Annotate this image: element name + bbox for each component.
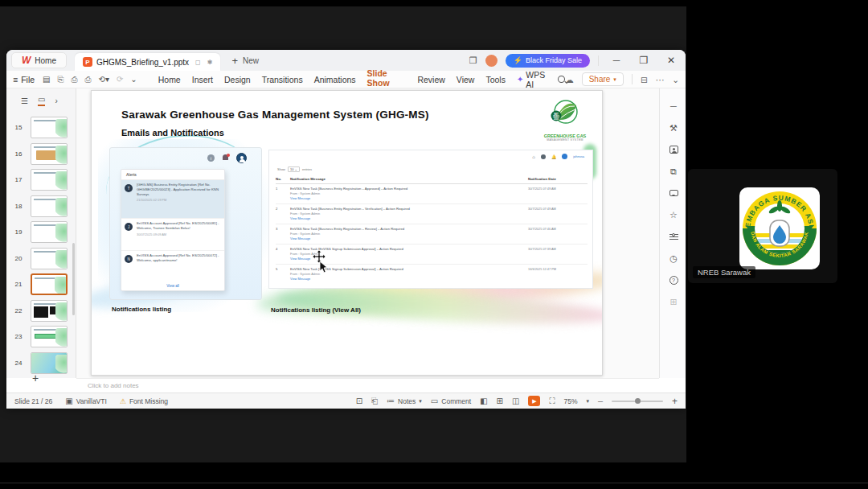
collapse-ribbon-icon[interactable]: ⌄ bbox=[672, 75, 679, 84]
handout-icon[interactable]: ⎗ bbox=[371, 397, 378, 406]
add-slide-button[interactable]: + bbox=[32, 372, 39, 384]
menu-slide-show[interactable]: Slide Show bbox=[367, 68, 407, 90]
file-menu-button[interactable]: ≡ File bbox=[13, 75, 35, 84]
new-tab-button[interactable]: + New bbox=[231, 55, 259, 67]
print-preview-icon[interactable]: ⎙ bbox=[85, 75, 92, 84]
slide-thumbnail-17[interactable] bbox=[31, 169, 68, 191]
alert-avatar: N bbox=[125, 255, 133, 263]
menu-toolbar: ≡ File ▤ ⎘ ⎙ ⎙ ⟲▾ ⟳ ⌄ Home Insert Design… bbox=[6, 71, 686, 88]
menu-wps-ai[interactable]: ✦ WPS AI bbox=[517, 70, 550, 89]
zoom-level[interactable]: 75% bbox=[563, 397, 577, 405]
theme-button[interactable]: ▣ VanillaVTI bbox=[65, 397, 107, 405]
history-clock-icon[interactable]: ◷ bbox=[667, 252, 680, 265]
zoom-out-button[interactable]: ─ bbox=[598, 397, 603, 405]
caption-right[interactable]: Notifications listing (View All) bbox=[271, 306, 361, 314]
help-icon[interactable]: ? bbox=[667, 273, 680, 286]
sync-status-icon: ◻ bbox=[195, 59, 201, 66]
collapse-pane-icon[interactable]: ─ bbox=[667, 100, 680, 113]
favorites-icon[interactable]: ☆ bbox=[667, 208, 680, 221]
layout-panel-icon[interactable]: ⊟ bbox=[641, 75, 648, 84]
slide-thumbnail-18[interactable] bbox=[31, 195, 68, 217]
slide-thumbnail-20[interactable] bbox=[31, 248, 68, 269]
reading-view-icon[interactable]: ◫ bbox=[512, 397, 519, 405]
slide-sorter-icon[interactable]: ⊞ bbox=[497, 397, 503, 405]
more-options-icon[interactable]: ⋯ bbox=[656, 75, 665, 84]
menu-view[interactable]: View bbox=[457, 75, 475, 84]
table-header: No. Notification Message Notification Da… bbox=[276, 175, 588, 184]
slideshow-play-button[interactable]: ▶ bbox=[528, 396, 540, 406]
minimize-button[interactable]: ─ bbox=[607, 55, 626, 66]
table-row: 2 EnVISS New Task [Business Entity Regis… bbox=[276, 204, 588, 224]
menu-home[interactable]: Home bbox=[158, 75, 181, 84]
new-tab-label: New bbox=[243, 56, 259, 65]
zoom-slider[interactable] bbox=[612, 401, 663, 402]
user-avatar-icon bbox=[236, 153, 247, 163]
design-assistant-icon[interactable] bbox=[667, 143, 680, 156]
slide-thumbnail-19[interactable] bbox=[31, 221, 68, 243]
normal-view-icon[interactable]: ◧ bbox=[480, 397, 487, 405]
theme-icon: ▣ bbox=[65, 397, 72, 405]
menu-tools[interactable]: Tools bbox=[485, 75, 506, 84]
search-icon[interactable] bbox=[558, 76, 565, 83]
slide-title[interactable]: Sarawak Greenhouse Gas Management System… bbox=[121, 109, 429, 121]
slide-view-icon[interactable]: ▭ bbox=[38, 95, 45, 106]
slide-thumbnail-23[interactable] bbox=[31, 326, 68, 347]
slide-thumbnail-21-selected[interactable] bbox=[31, 273, 68, 295]
alerts-screenshot-object[interactable]: i Alerts T [GHG-MS] Business Entity Regi… bbox=[109, 147, 262, 300]
thumbnail-row: 16 bbox=[6, 142, 76, 166]
notes-area[interactable]: Click to add notes bbox=[76, 378, 659, 392]
thumbnail-scrollbar[interactable] bbox=[72, 243, 75, 315]
redo-icon[interactable]: ⟳ bbox=[117, 75, 123, 84]
menu-animations[interactable]: Animations bbox=[314, 75, 356, 84]
menu-design[interactable]: Design bbox=[224, 75, 251, 84]
thumbnail-row: 19 bbox=[6, 220, 76, 244]
zoom-chevron-icon[interactable]: ▾ bbox=[586, 398, 589, 405]
participant-video-tile[interactable]: LEMBAGA SUMBER ASLI DAN ALAM SEKITAR SAR… bbox=[688, 169, 837, 283]
promo-button[interactable]: ⚡ Black Friday Sale bbox=[506, 54, 590, 68]
document-tab-label: GHGMS_Briefing_v1.pptx bbox=[96, 58, 189, 67]
zoom-in-button[interactable]: + bbox=[672, 396, 678, 407]
menu-insert[interactable]: Insert bbox=[192, 75, 213, 84]
slide-canvas[interactable]: Sarawak Greenhouse Gas Management System… bbox=[91, 90, 603, 376]
alert-item: T [GHG-MS] Business Entity Registration … bbox=[121, 180, 224, 219]
file-menu-label: File bbox=[21, 75, 35, 84]
comment-panel-icon[interactable] bbox=[667, 187, 680, 199]
print-icon[interactable]: ⎙ bbox=[72, 75, 78, 84]
toolbar-chevron-icon[interactable]: ⌄ bbox=[130, 75, 137, 84]
slide-subtitle[interactable]: Emails and Notifications bbox=[121, 128, 224, 138]
quick-tools-icon[interactable]: ⚒ bbox=[667, 121, 680, 134]
hamburger-icon: ≡ bbox=[13, 75, 18, 84]
caption-left[interactable]: Notifications listing bbox=[112, 306, 171, 313]
slide-thumbnail-22[interactable] bbox=[31, 300, 68, 322]
panel-expand-icon[interactable]: › bbox=[55, 97, 57, 105]
menu-review[interactable]: Review bbox=[417, 75, 444, 84]
settings-sliders-icon[interactable] bbox=[667, 230, 680, 243]
tab-list-icon[interactable]: ❐ bbox=[469, 55, 477, 66]
zoom-slider-knob[interactable] bbox=[635, 398, 641, 404]
maximize-button[interactable]: ❐ bbox=[634, 55, 653, 66]
font-missing-warning[interactable]: ⚠ Font Missing bbox=[120, 397, 168, 405]
slide-thumbnail-15[interactable] bbox=[31, 117, 68, 138]
thumbnail-row: 21 bbox=[6, 272, 76, 296]
slide-thumbnail-16[interactable] bbox=[31, 143, 68, 165]
slide-thumbnail-24[interactable] bbox=[31, 352, 68, 374]
account-avatar[interactable] bbox=[485, 55, 497, 67]
page-size-select: 10 ⌄ bbox=[288, 166, 300, 172]
slide-editor-area: Sarawak Greenhouse Gas Management System… bbox=[76, 88, 659, 378]
share-button[interactable]: Share ▾ bbox=[582, 72, 624, 86]
apps-grid-icon[interactable]: ⊞ bbox=[667, 295, 680, 308]
comment-button[interactable]: ▭ Comment bbox=[431, 397, 471, 405]
close-button[interactable]: ✕ bbox=[661, 55, 681, 66]
alerts-dropdown: Alerts T [GHG-MS] Business Entity Regist… bbox=[121, 169, 225, 291]
export-icon[interactable]: ⎘ bbox=[58, 75, 64, 84]
thumbnail-row: 22 bbox=[6, 298, 76, 323]
menu-transitions[interactable]: Transitions bbox=[262, 75, 303, 84]
fit-slide-icon[interactable]: ⛶ bbox=[549, 397, 555, 406]
outline-view-icon[interactable]: ☰ bbox=[21, 97, 28, 105]
task-pane-icon[interactable]: ⊡ bbox=[356, 397, 362, 405]
save-icon[interactable]: ▤ bbox=[43, 75, 50, 84]
undo-icon[interactable]: ⟲▾ bbox=[99, 75, 109, 84]
home-tab[interactable]: W Home bbox=[11, 52, 67, 68]
notes-toggle-button[interactable]: ≔ Notes ▾ bbox=[387, 397, 422, 405]
shapes-icon[interactable]: ⧉ bbox=[667, 165, 680, 178]
